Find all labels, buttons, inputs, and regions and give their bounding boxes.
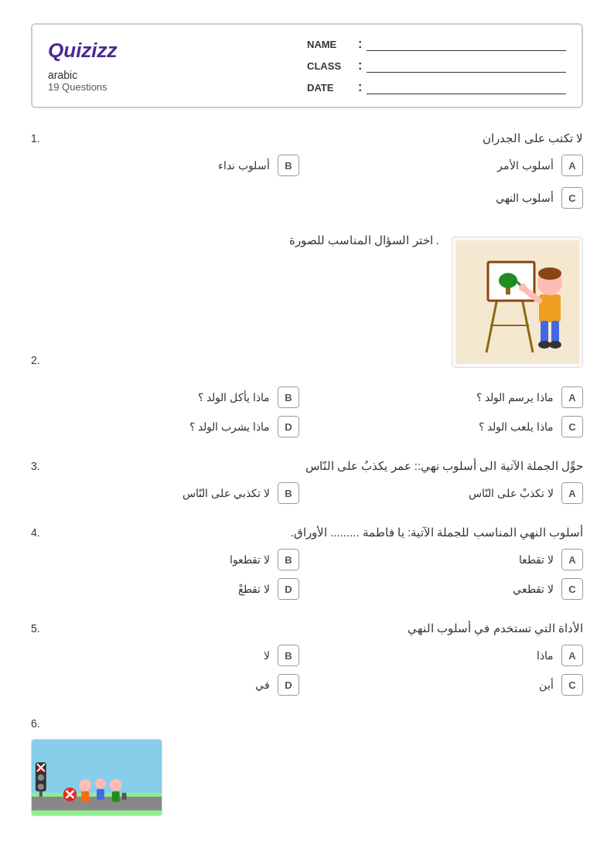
q2-option-d: D ماذا يشرب الولد ؟ bbox=[31, 416, 299, 437]
quiz-questions: 19 Questions bbox=[48, 81, 307, 93]
page: Quizizz arabic 19 Questions NAME : CLASS… bbox=[0, 0, 614, 868]
q4-option-c-text: لا تقطعي bbox=[513, 583, 554, 595]
svg-point-16 bbox=[549, 341, 561, 349]
svg-point-24 bbox=[38, 784, 44, 790]
q2-options: A ماذا يرسم الولد ؟ B ماذا يأكل الولد ؟ … bbox=[31, 386, 583, 437]
svg-point-9 bbox=[538, 267, 561, 280]
q5-options: A ماذا B لا C أين D في bbox=[31, 645, 583, 696]
q2-number: 2. bbox=[31, 354, 49, 366]
q2-option-a-letter: A bbox=[561, 386, 583, 408]
q1-option-c-letter: C bbox=[561, 187, 583, 209]
question-3: 3. حوِّل الجملة الآتية الى أسلوب نهي:: ع… bbox=[31, 459, 583, 504]
q6-image bbox=[31, 739, 162, 816]
q3-option-b-text: لا تكذبي على النّاس bbox=[182, 487, 270, 499]
date-input-line[interactable] bbox=[367, 80, 566, 94]
q3-number: 3. bbox=[31, 460, 49, 472]
question-4: 4. أسلوب النهي المناسب للجملة الآتية: يا… bbox=[31, 526, 583, 600]
q4-option-d-text: لا تقطعْ bbox=[238, 583, 270, 595]
q2-option-b-letter: B bbox=[278, 386, 299, 408]
traffic-svg bbox=[32, 739, 162, 816]
q2-option-a: A ماذا يرسم الولد ؟ bbox=[315, 386, 583, 408]
q2-option-c-text: ماذا يلعب الولد ؟ bbox=[479, 420, 554, 433]
quiz-title: arabic bbox=[48, 69, 307, 81]
q3-option-b-letter: B bbox=[278, 482, 299, 504]
name-input-line[interactable] bbox=[367, 37, 566, 51]
q5-option-a-letter: A bbox=[561, 645, 583, 666]
svg-rect-13 bbox=[541, 321, 548, 344]
svg-rect-14 bbox=[551, 321, 559, 344]
q2-option-b-text: ماذا يأكل الولد ؟ bbox=[198, 391, 270, 403]
q3-options: A لا تكذبْ على النّاس B لا تكذبي على الن… bbox=[31, 482, 583, 504]
q4-number: 4. bbox=[31, 526, 49, 539]
q1-number: 1. bbox=[31, 132, 49, 145]
q5-option-d-letter: D bbox=[278, 674, 299, 696]
name-row: NAME : bbox=[307, 37, 566, 51]
q3-option-a-text: لا تكذبْ على النّاس bbox=[469, 487, 554, 499]
q2-option-c-letter: C bbox=[561, 416, 583, 437]
q1-option-b-letter: B bbox=[278, 155, 299, 176]
q4-option-c: C لا تقطعي bbox=[315, 578, 583, 600]
q1-option-a-text: أسلوب الأمر bbox=[497, 159, 554, 172]
quizizz-logo: Quizizz bbox=[48, 39, 307, 63]
svg-rect-30 bbox=[97, 789, 104, 800]
svg-point-31 bbox=[110, 779, 122, 791]
q4-option-a: A لا تقطعا bbox=[315, 549, 583, 570]
svg-rect-28 bbox=[81, 791, 89, 802]
q1-option-a: A أسلوب الأمر bbox=[315, 155, 583, 176]
q4-option-b: B لا تقطعوا bbox=[31, 549, 299, 570]
svg-point-6 bbox=[499, 273, 517, 288]
q5-option-b: B لا bbox=[31, 645, 299, 666]
svg-point-23 bbox=[38, 774, 44, 781]
svg-point-27 bbox=[79, 779, 91, 791]
q2-option-d-text: ماذا يشرب الولد ؟ bbox=[189, 420, 270, 433]
question-6: 6. bbox=[31, 717, 583, 816]
q5-number: 5. bbox=[31, 622, 49, 635]
q5-text: الأداة التي تستخدم في أسلوب النهي bbox=[56, 621, 583, 635]
q2-text: . اختر السؤال المناسب للصورة bbox=[56, 230, 439, 247]
q4-option-b-letter: B bbox=[278, 549, 299, 570]
q4-option-a-letter: A bbox=[561, 549, 583, 570]
q1-option-a-letter: A bbox=[561, 155, 583, 176]
q1-option-b: B أسلوب نداء bbox=[31, 155, 299, 176]
q1-option-c-text: أسلوب النهي bbox=[496, 192, 554, 204]
date-label: DATE bbox=[307, 82, 353, 94]
class-input-line[interactable] bbox=[367, 59, 566, 73]
name-label: NAME bbox=[307, 39, 353, 50]
q2-option-d-letter: D bbox=[278, 416, 299, 437]
q3-option-b: B لا تكذبي على النّاس bbox=[31, 482, 299, 504]
q3-option-a-letter: A bbox=[561, 482, 583, 504]
svg-rect-32 bbox=[112, 791, 120, 802]
header-right: NAME : CLASS : DATE : bbox=[307, 37, 566, 94]
svg-point-15 bbox=[538, 341, 551, 349]
q5-option-d: D في bbox=[31, 674, 299, 696]
question-2: 2. bbox=[31, 230, 583, 437]
svg-point-29 bbox=[95, 778, 106, 789]
q5-option-d-text: في bbox=[255, 679, 270, 691]
q6-number: 6. bbox=[31, 717, 49, 730]
date-row: DATE : bbox=[307, 80, 566, 94]
svg-rect-7 bbox=[539, 294, 561, 322]
class-row: CLASS : bbox=[307, 59, 566, 73]
question-1: 1. لا تكتب على الجدران A أسلوب الأمر B أ… bbox=[31, 131, 583, 209]
q4-option-d-letter: D bbox=[278, 578, 299, 600]
q4-text: أسلوب النهي المناسب للجملة الآتية: يا فا… bbox=[56, 526, 583, 540]
q5-option-b-text: لا bbox=[264, 649, 270, 662]
q2-option-a-text: ماذا يرسم الولد ؟ bbox=[476, 391, 554, 403]
q5-option-a-text: ماذا bbox=[537, 649, 554, 662]
q2-option-c: C ماذا يلعب الولد ؟ bbox=[315, 416, 583, 437]
q1-text: لا تكتب على الجدران bbox=[56, 131, 583, 145]
q5-option-a: A ماذا bbox=[315, 645, 583, 666]
q4-options: A لا تقطعا B لا تقطعوا C لا تقطعي D لا ت… bbox=[31, 549, 583, 600]
q1-option-b-text: أسلوب نداء bbox=[218, 159, 270, 172]
q3-option-a: A لا تكذبْ على النّاس bbox=[315, 482, 583, 504]
question-5: 5. الأداة التي تستخدم في أسلوب النهي A م… bbox=[31, 621, 583, 696]
q4-option-c-letter: C bbox=[561, 578, 583, 600]
svg-rect-19 bbox=[32, 797, 162, 811]
boy-painting-svg bbox=[455, 240, 579, 364]
q2-option-b: B ماذا يأكل الولد ؟ bbox=[31, 386, 299, 408]
q3-text: حوِّل الجملة الآتية الى أسلوب نهي:: عمر … bbox=[56, 459, 583, 473]
q1-options: A أسلوب الأمر B أسلوب نداء C أسلوب النهي bbox=[31, 155, 583, 209]
q5-option-b-letter: B bbox=[278, 645, 299, 666]
q2-image bbox=[452, 237, 583, 368]
header-left: Quizizz arabic 19 Questions bbox=[48, 37, 307, 94]
